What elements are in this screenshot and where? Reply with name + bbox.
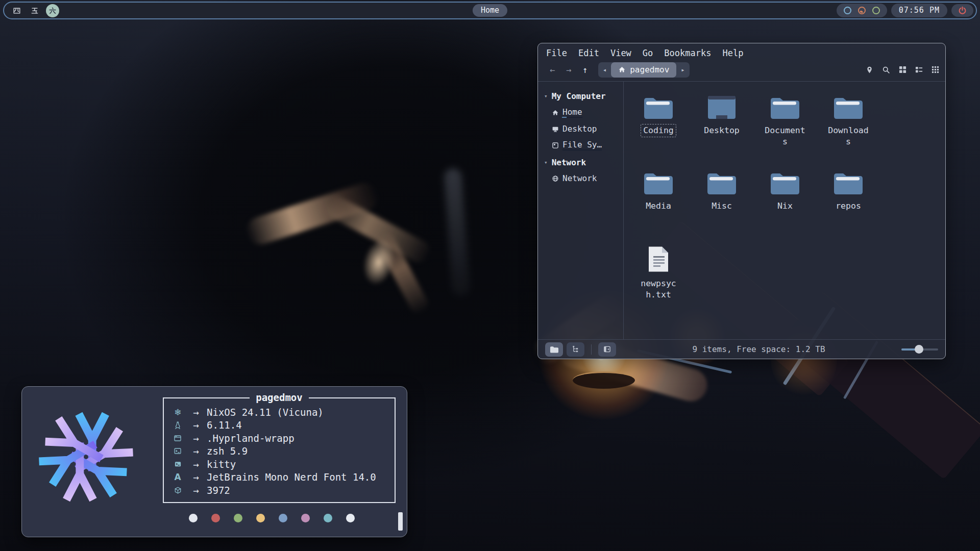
shell-value: zsh 5.9 [207,445,248,457]
desktop-icon [552,126,559,133]
kanji-six-icon [48,7,57,15]
terminal-window: pagedmov ❄ → NixOS 24.11 (Vicuna) → 6.11… [21,386,407,537]
folder-icon [770,170,800,195]
sidebar-item-home[interactable]: Home [552,107,620,118]
kanji-four-icon [13,7,21,15]
arrow-icon: → [185,471,207,483]
font-icon: A [170,472,185,482]
sidebar-section-my-computer[interactable]: ▾ My Computer [544,91,620,101]
package-cube-icon [170,486,185,494]
active-window-title: Home [473,4,507,17]
palette-dot [234,514,242,522]
menu-help[interactable]: Help [722,48,743,58]
globe-icon [552,175,559,182]
file-item-coding[interactable]: Coding [627,95,690,170]
status-bar-fm: 9 items, Free space: 1.2 TB [538,339,945,359]
folder-icon [644,95,673,119]
search-icon [882,66,890,74]
toolbar-right-icons [866,66,939,74]
sidebar-item-desktop[interactable]: Desktop [552,124,620,134]
menu-edit[interactable]: Edit [578,48,599,58]
up-button[interactable]: ↑ [577,65,593,75]
zoom-slider[interactable] [901,345,938,354]
tree-pane-button[interactable] [567,342,584,357]
file-manager-window: File Edit View Go Bookmarks Help ← → ↑ ◂… [537,43,946,359]
side-pane-toggle-button[interactable] [598,342,616,357]
palette-dot [256,514,265,522]
file-item-repos[interactable]: repos [817,170,880,246]
workspace-4-button[interactable] [10,4,23,17]
menu-file[interactable]: File [546,48,567,58]
fetch-row-kernel: → 6.11.4 [170,419,390,432]
items-summary: 9 items, Free space: 1.2 TB [620,344,898,354]
tree-view-icon [572,345,579,353]
list-view-icon [915,66,923,73]
palette-dot [189,514,198,522]
fetch-row-packages: → 3972 [170,484,390,497]
palette-dot [279,514,287,522]
font-value: JetBrains Mono Nerd Font 14.0 [207,471,376,483]
tray-indicator-green[interactable] [872,7,880,14]
sidebar-section-network[interactable]: ▾ Network [544,158,620,167]
wallpaper-candle-cup [573,371,635,389]
file-grid: Coding Desktop Documents [624,82,945,339]
file-label: Media [643,199,674,213]
forward-button[interactable]: → [560,65,577,75]
sidebar-item-label: Network [562,173,597,183]
slider-knob[interactable] [915,345,923,354]
file-label: Nix [775,199,795,213]
location-pin-icon [866,66,873,74]
sidebar-item-filesystem[interactable]: File Sy… [552,140,620,151]
terminal-scrollbar[interactable] [398,512,403,531]
os-value: NixOS 24.11 (Vicuna) [207,407,324,418]
file-item-documents[interactable]: Documents [753,95,817,170]
power-icon [958,6,967,15]
home-icon [618,66,626,73]
compact-view-icon [932,66,939,73]
icon-view-icon [899,66,906,73]
power-button[interactable] [951,4,973,17]
menu-view[interactable]: View [610,48,631,58]
arrow-icon: → [185,485,207,496]
path-scroll-right-button[interactable]: ▸ [676,66,689,73]
path-segment-home[interactable]: pagedmov [611,62,676,78]
file-item-nix[interactable]: Nix [753,170,817,246]
list-view-button[interactable] [915,66,923,73]
back-button[interactable]: ← [544,65,560,75]
file-item-downloads[interactable]: Downloads [817,95,880,170]
search-button[interactable] [882,66,890,74]
tray-indicator-orange[interactable] [858,7,866,14]
workspace-5-button[interactable] [28,4,41,17]
file-item-misc[interactable]: Misc [690,170,753,246]
file-item-newpsych-txt[interactable]: newpsych.txt [627,246,690,321]
fastfetch-title: pagedmov [164,392,395,403]
file-label: Downloads [824,124,872,148]
sidebar-item-label: Home [562,107,582,118]
path-scroll-left-button[interactable]: ◂ [598,66,611,73]
menu-bookmarks[interactable]: Bookmarks [664,48,711,58]
clock[interactable]: 07:56 PM [891,4,947,17]
wm-value: .Hyprland-wrapp [207,433,295,444]
file-item-desktop[interactable]: Desktop [690,95,753,170]
sidebar-item-label: Desktop [562,124,597,134]
places-pane-button[interactable] [545,342,563,357]
compact-view-button[interactable] [932,66,939,73]
menu-go[interactable]: Go [643,48,653,58]
kitty-terminal-icon [170,460,185,468]
linux-penguin-icon [170,421,185,430]
folder-icon [770,95,800,119]
folder-icon [834,170,863,195]
workspace-6-button-active[interactable] [46,4,59,17]
drive-icon [552,142,559,149]
icon-view-button[interactable] [899,66,906,73]
file-label: Coding [641,124,676,137]
tray-indicator-blue[interactable] [844,7,851,14]
window-manager-icon [170,434,185,442]
file-item-media[interactable]: Media [627,170,690,246]
file-label: newpsych.txt [634,277,682,302]
home-icon [552,109,559,116]
fetch-row-font: A → JetBrains Mono Nerd Font 14.0 [170,471,390,484]
divider [591,344,592,355]
sidebar-item-network[interactable]: Network [552,173,620,183]
location-pin-button[interactable] [866,66,873,74]
